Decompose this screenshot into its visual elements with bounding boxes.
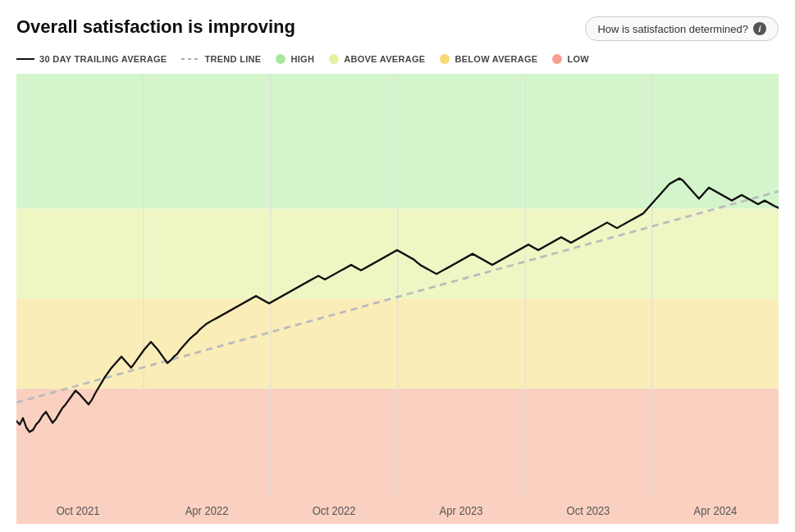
legend-above-avg-label: ABOVE AVERAGE: [344, 54, 425, 64]
info-button-label: How is satisfaction determined?: [597, 23, 748, 35]
x-label-oct2023: Oct 2023: [567, 504, 610, 517]
x-label-oct2021: Oct 2021: [57, 504, 100, 517]
legend-trend-line: TREND LINE: [181, 54, 261, 64]
legend-trend-label: TREND LINE: [204, 54, 261, 64]
x-label-apr2023: Apr 2023: [440, 504, 483, 517]
legend-low-dot: [552, 54, 562, 64]
legend-trailing-avg-label: 30 DAY TRAILING AVERAGE: [39, 54, 167, 64]
chart-header: Overall satisfaction is improving How is…: [16, 16, 779, 41]
x-label-apr2022: Apr 2022: [185, 504, 229, 517]
legend-low-label: LOW: [567, 54, 589, 64]
legend-solid-line: [16, 58, 34, 60]
page-title: Overall satisfaction is improving: [16, 16, 295, 38]
legend-below-avg-label: BELOW AVERAGE: [455, 54, 537, 64]
info-icon: i: [753, 22, 766, 35]
page-container: Overall satisfaction is improving How is…: [0, 0, 795, 532]
x-label-apr2024: Apr 2024: [694, 504, 738, 517]
info-button[interactable]: How is satisfaction determined? i: [585, 16, 779, 41]
chart-area: Oct 2021 Apr 2022 Oct 2022 Apr 2023 Oct …: [16, 74, 779, 524]
legend-high-dot: [276, 54, 286, 64]
chart-legend: 30 DAY TRAILING AVERAGE TREND LINE HIGH …: [16, 54, 779, 64]
legend-below-dot: [440, 54, 450, 64]
legend-high: HIGH: [276, 54, 314, 64]
x-label-oct2022: Oct 2022: [313, 504, 356, 517]
legend-low: LOW: [552, 54, 589, 64]
legend-trailing-avg: 30 DAY TRAILING AVERAGE: [16, 54, 167, 64]
legend-dashed-line: [181, 58, 199, 60]
legend-below-avg: BELOW AVERAGE: [440, 54, 537, 64]
legend-above-dot: [329, 54, 339, 64]
legend-above-avg: ABOVE AVERAGE: [329, 54, 425, 64]
main-chart: Oct 2021 Apr 2022 Oct 2022 Apr 2023 Oct …: [16, 74, 779, 524]
legend-high-label: HIGH: [290, 54, 314, 64]
